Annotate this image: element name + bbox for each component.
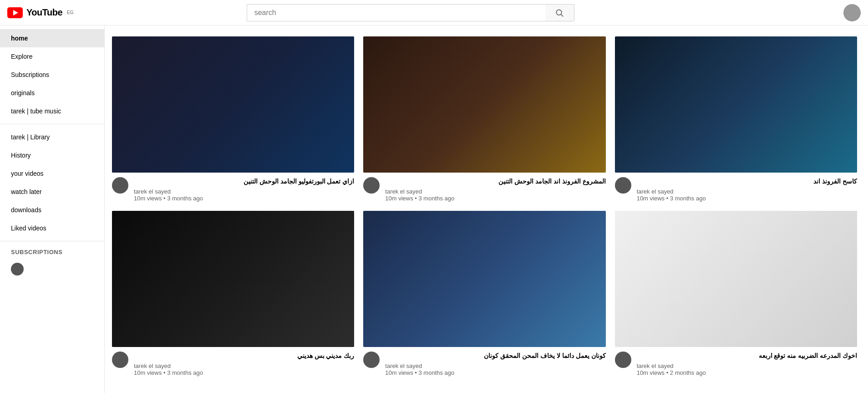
sidebar-divider-1 — [0, 124, 104, 124]
channel-avatar-v6 — [615, 352, 631, 368]
video-info-v2: المشروع الفرونذ اند الجامد الوحش التنين … — [363, 177, 605, 202]
search-area — [247, 4, 574, 21]
video-meta-v6: اخوك المدرعه الضربيه منه توقع اربعه tare… — [637, 352, 857, 376]
video-stats-v2: 10m views • 3 months ago — [385, 195, 605, 202]
sidebar-item-subscriptions[interactable]: Subscriptions — [0, 66, 104, 84]
video-thumbnail-v5 — [363, 211, 605, 347]
sidebar-divider-2 — [0, 241, 104, 241]
video-channel-v1: tarek el sayed — [134, 188, 354, 195]
video-stats-v3: 10m views • 3 months ago — [637, 195, 857, 202]
video-channel-v4: tarek el sayed — [134, 362, 354, 369]
thumbnail-image-v4 — [112, 211, 354, 347]
video-meta-v5: كونان يعمل دائما لا يخاف المحن المحقق كو… — [385, 352, 605, 376]
video-title-v3: كاسح الفرونذ اند — [637, 177, 857, 186]
channel-avatar-v1 — [112, 177, 128, 194]
subscriptions-label: SUBSCRIPTIONS — [0, 245, 104, 259]
sidebar-item-library[interactable]: tarek | Library — [0, 128, 104, 146]
youtube-logo-icon — [7, 7, 23, 18]
video-stats-v1: 10m views • 3 months ago — [134, 195, 354, 202]
search-button[interactable] — [545, 4, 574, 21]
channel-avatar-v3 — [615, 177, 631, 194]
logo-area[interactable]: YouTubeEG — [7, 7, 112, 18]
video-meta-v1: ازاي تعمل البورتفوليو الجامد الوحش التني… — [134, 177, 354, 202]
video-meta-v4: ربك مديني بس هديني tarek el sayed 10m vi… — [134, 352, 354, 376]
sidebar-item-explore[interactable]: Explore — [0, 47, 104, 66]
thumbnail-image-v5 — [363, 211, 605, 347]
channel-avatar-v4 — [112, 352, 128, 368]
sidebar-item-your-videos[interactable]: your videos — [0, 164, 104, 183]
video-info-v5: كونان يعمل دائما لا يخاف المحن المحقق كو… — [363, 352, 605, 376]
video-thumbnail-v2 — [363, 36, 605, 173]
user-avatar-circle — [843, 4, 861, 21]
layout: home Explore Subscriptions originals tar… — [0, 26, 868, 393]
video-card-v4[interactable]: ربك مديني بس هديني tarek el sayed 10m vi… — [112, 211, 354, 376]
sidebar-item-originals[interactable]: originals — [0, 84, 104, 102]
video-stats-v4: 10m views • 3 months ago — [134, 369, 354, 376]
video-info-v1: ازاي تعمل البورتفوليو الجامد الوحش التني… — [112, 177, 354, 202]
search-icon — [555, 8, 564, 17]
video-thumbnail-v4 — [112, 211, 354, 347]
video-thumbnail-v3 — [615, 36, 857, 173]
video-title-v5: كونان يعمل دائما لا يخاف المحن المحقق كو… — [385, 352, 605, 361]
video-title-v6: اخوك المدرعه الضربيه منه توقع اربعه — [637, 352, 857, 361]
svg-point-2 — [556, 10, 562, 15]
video-card-v2[interactable]: المشروع الفرونذ اند الجامد الوحش التنين … — [363, 36, 605, 202]
video-grid: ازاي تعمل البورتفوليو الجامد الوحش التني… — [112, 36, 857, 376]
video-title-v1: ازاي تعمل البورتفوليو الجامد الوحش التني… — [134, 177, 354, 186]
header: YouTubeEG — [0, 0, 868, 26]
video-channel-v5: tarek el sayed — [385, 362, 605, 369]
sidebar-item-liked-videos[interactable]: Liked videos — [0, 219, 104, 237]
sidebar-item-history[interactable]: History — [0, 146, 104, 164]
main-content: ازاي تعمل البورتفوليو الجامد الوحش التني… — [105, 26, 868, 393]
logo-region: EG — [67, 10, 73, 15]
channel-avatar-v5 — [363, 352, 380, 368]
video-channel-v6: tarek el sayed — [637, 362, 857, 369]
video-card-v3[interactable]: كاسح الفرونذ اند tarek el sayed 10m view… — [615, 36, 857, 202]
sidebar-item-tube-music[interactable]: tarek | tube music — [0, 102, 104, 120]
video-thumbnail-v1 — [112, 36, 354, 173]
video-card-v6[interactable]: اخوك المدرعه الضربيه منه توقع اربعه tare… — [615, 211, 857, 376]
sidebar-subscription-1[interactable] — [0, 259, 104, 279]
video-meta-v3: كاسح الفرونذ اند tarek el sayed 10m view… — [637, 177, 857, 202]
sidebar-item-watch-later[interactable]: watch later — [0, 183, 104, 201]
thumbnail-image-v1 — [112, 36, 354, 173]
search-input[interactable] — [247, 4, 545, 21]
video-info-v3: كاسح الفرونذ اند tarek el sayed 10m view… — [615, 177, 857, 202]
video-thumbnail-v6 — [615, 211, 857, 347]
avatar[interactable] — [843, 4, 861, 21]
thumbnail-image-v3 — [615, 36, 857, 173]
subscription-avatar-1 — [11, 263, 24, 276]
video-channel-v2: tarek el sayed — [385, 188, 605, 195]
thumbnail-image-v6 — [615, 211, 857, 347]
video-card-v1[interactable]: ازاي تعمل البورتفوليو الجامد الوحش التني… — [112, 36, 354, 202]
thumbnail-image-v2 — [363, 36, 605, 173]
video-stats-v5: 10m views • 3 months ago — [385, 369, 605, 376]
svg-line-3 — [561, 14, 563, 16]
video-channel-v3: tarek el sayed — [637, 188, 857, 195]
sidebar-item-home[interactable]: home — [0, 29, 104, 47]
video-title-v4: ربك مديني بس هديني — [134, 352, 354, 361]
video-meta-v2: المشروع الفرونذ اند الجامد الوحش التنين … — [385, 177, 605, 202]
video-card-v5[interactable]: كونان يعمل دائما لا يخاف المحن المحقق كو… — [363, 211, 605, 376]
channel-avatar-v2 — [363, 177, 380, 194]
video-info-v4: ربك مديني بس هديني tarek el sayed 10m vi… — [112, 352, 354, 376]
video-title-v2: المشروع الفرونذ اند الجامد الوحش التنين — [385, 177, 605, 186]
logo-text: YouTube — [26, 7, 62, 18]
video-stats-v6: 10m views • 2 months ago — [637, 369, 857, 376]
sidebar-item-downloads[interactable]: downloads — [0, 201, 104, 219]
video-info-v6: اخوك المدرعه الضربيه منه توقع اربعه tare… — [615, 352, 857, 376]
sidebar: home Explore Subscriptions originals tar… — [0, 26, 105, 393]
